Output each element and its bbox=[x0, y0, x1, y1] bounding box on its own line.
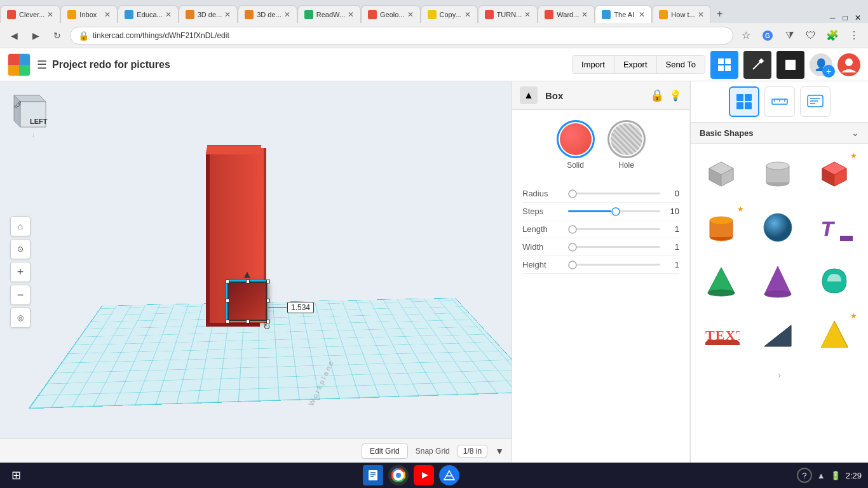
height-slider[interactable] bbox=[568, 264, 660, 266]
bulb-icon[interactable]: 💡 bbox=[669, 90, 682, 102]
chrome-sync-button[interactable]: G bbox=[759, 27, 776, 44]
solid-type-button[interactable]: Solid bbox=[557, 120, 595, 170]
zoom-fit-button[interactable]: ⊙ bbox=[10, 239, 31, 259]
tab-close-icon[interactable]: ✕ bbox=[104, 10, 111, 19]
tab-close-icon[interactable]: ✕ bbox=[639, 10, 645, 19]
width-thumb[interactable] bbox=[568, 243, 577, 254]
radius-slider[interactable] bbox=[568, 193, 660, 194]
zoom-out-button[interactable]: − bbox=[10, 285, 31, 305]
grid-view-button[interactable] bbox=[710, 51, 738, 79]
tinkercad-logo[interactable] bbox=[8, 53, 31, 76]
ruler-view-button[interactable] bbox=[764, 86, 795, 117]
tab-close-icon[interactable]: ✕ bbox=[581, 10, 588, 19]
docs-taskbar-icon[interactable] bbox=[363, 465, 383, 485]
refresh-button[interactable]: ↻ bbox=[48, 27, 66, 44]
send-to-button[interactable]: Send To bbox=[657, 56, 705, 73]
forward-button[interactable]: ▶ bbox=[27, 27, 44, 44]
tab-3d1[interactable]: 3D de... ✕ bbox=[179, 5, 238, 23]
drive-taskbar-icon[interactable] bbox=[439, 465, 459, 485]
extensions-button[interactable]: ⧩ bbox=[780, 27, 798, 44]
tab-the-ai[interactable]: The AI ✕ bbox=[595, 5, 652, 23]
length-slider[interactable] bbox=[568, 228, 660, 230]
puzzle-button[interactable]: 🧩 bbox=[824, 27, 841, 44]
shape-item-shape-teal[interactable] bbox=[809, 255, 860, 306]
handle-bl[interactable] bbox=[226, 320, 229, 323]
category-dropdown[interactable]: Basic Shapes ⌄ bbox=[691, 123, 868, 144]
snap-grid-value[interactable]: 1/8 in bbox=[458, 445, 487, 458]
minimize-button[interactable]: ─ bbox=[827, 13, 837, 23]
zoom-in-button[interactable]: + bbox=[10, 262, 31, 282]
hole-type-button[interactable]: Hole bbox=[607, 120, 646, 170]
pickaxe-button[interactable] bbox=[743, 51, 771, 79]
shape-item-pyramid-yellow[interactable]: ★ bbox=[809, 309, 860, 360]
box-view-button[interactable] bbox=[776, 51, 804, 79]
tab-copy[interactable]: Copy... ✕ bbox=[421, 5, 478, 23]
import-button[interactable]: Import bbox=[573, 56, 614, 73]
height-thumb[interactable] bbox=[568, 261, 577, 272]
shape-item-pyramid-green[interactable] bbox=[696, 255, 747, 306]
youtube-taskbar-icon[interactable] bbox=[414, 465, 434, 485]
close-window-button[interactable]: ✕ bbox=[853, 13, 863, 23]
viewport[interactable]: LEFT TOP ↓ Workplane bbox=[0, 81, 512, 463]
view-cube[interactable]: LEFT TOP ↓ bbox=[8, 89, 58, 140]
help-button[interactable]: ? bbox=[797, 468, 812, 483]
shape-item-cylinder-orange[interactable]: ★ bbox=[696, 202, 747, 253]
shape-item-sphere[interactable] bbox=[752, 202, 803, 253]
shape-item-cone-purple[interactable] bbox=[752, 255, 803, 306]
tab-ward[interactable]: Ward... ✕ bbox=[538, 5, 595, 23]
shape-item-text3d[interactable]: T bbox=[809, 202, 860, 253]
handle-mb[interactable] bbox=[246, 320, 250, 323]
shape-item-box-grey[interactable] bbox=[696, 149, 747, 200]
chat-view-button[interactable] bbox=[800, 86, 831, 117]
radius-thumb[interactable] bbox=[568, 189, 577, 201]
list-view-icon[interactable]: ☰ bbox=[37, 58, 47, 72]
new-tab-button[interactable]: + bbox=[711, 5, 729, 23]
tab-close-icon[interactable]: ✕ bbox=[465, 10, 471, 19]
zoom-shape-button[interactable]: ◎ bbox=[10, 308, 31, 328]
snap-dropdown-icon[interactable]: ▼ bbox=[495, 446, 504, 456]
add-user-button[interactable]: + bbox=[822, 65, 835, 78]
tab-howt[interactable]: How t... ✕ bbox=[652, 5, 710, 23]
length-thumb[interactable] bbox=[568, 225, 577, 236]
menu-button[interactable]: ⋮ bbox=[845, 27, 863, 44]
tab-close-icon[interactable]: ✕ bbox=[47, 10, 53, 19]
maximize-button[interactable]: □ bbox=[840, 13, 850, 23]
handle-tr[interactable] bbox=[266, 280, 270, 283]
tab-educa[interactable]: Educa... ✕ bbox=[118, 5, 178, 23]
edit-grid-button[interactable]: Edit Grid bbox=[362, 444, 408, 459]
windows-start-button[interactable]: ⊞ bbox=[6, 466, 25, 485]
grid-view-lib-button[interactable] bbox=[729, 86, 759, 117]
tab-close-icon[interactable]: ✕ bbox=[407, 10, 414, 19]
tab-turn[interactable]: TURN... ✕ bbox=[478, 5, 538, 23]
handle-ml[interactable] bbox=[226, 299, 229, 302]
chrome-taskbar-icon[interactable] bbox=[388, 465, 409, 485]
rotate-handle-icon[interactable]: ↻ bbox=[263, 322, 271, 332]
scroll-down-icon[interactable]: › bbox=[772, 367, 787, 383]
tab-readw[interactable]: ReadW... ✕ bbox=[297, 5, 361, 23]
steps-thumb[interactable] bbox=[611, 207, 620, 219]
tab-close-icon[interactable]: ✕ bbox=[165, 10, 172, 19]
shape-item-cylinder-grey[interactable] bbox=[752, 149, 803, 200]
address-bar[interactable]: 🔒 tinkercad.com/things/dWhF21fXnDL/edit bbox=[70, 27, 733, 44]
tab-inbox[interactable]: Inbox ✕ bbox=[60, 5, 118, 23]
tab-close-icon[interactable]: ✕ bbox=[698, 10, 704, 19]
back-button[interactable]: ◀ bbox=[5, 27, 23, 44]
handle-tl[interactable] bbox=[226, 280, 229, 283]
tab-geolo[interactable]: Geolo... ✕ bbox=[361, 5, 421, 23]
shield-button[interactable]: 🛡 bbox=[802, 27, 820, 44]
tab-close-icon[interactable]: ✕ bbox=[524, 10, 531, 19]
home-button[interactable]: ⌂ bbox=[10, 216, 31, 236]
tab-close-icon[interactable]: ✕ bbox=[348, 10, 354, 19]
tab-clevertouch[interactable]: Clever... ✕ bbox=[0, 5, 60, 23]
shape-item-box-red[interactable]: ★ bbox=[809, 149, 860, 200]
tab-close-icon[interactable]: ✕ bbox=[224, 10, 231, 19]
user-avatar[interactable] bbox=[837, 53, 860, 76]
shape-item-text-red[interactable]: TEXT bbox=[696, 309, 747, 360]
tab-3d2[interactable]: 3D de... ✕ bbox=[238, 5, 297, 23]
shape-item-wedge-blue[interactable] bbox=[752, 309, 803, 360]
bookmark-button[interactable]: ☆ bbox=[737, 27, 755, 44]
lock-icon[interactable]: 🔒 bbox=[650, 88, 664, 102]
tab-close-icon[interactable]: ✕ bbox=[284, 10, 290, 19]
export-button[interactable]: Export bbox=[614, 56, 657, 73]
width-slider[interactable] bbox=[568, 246, 660, 248]
